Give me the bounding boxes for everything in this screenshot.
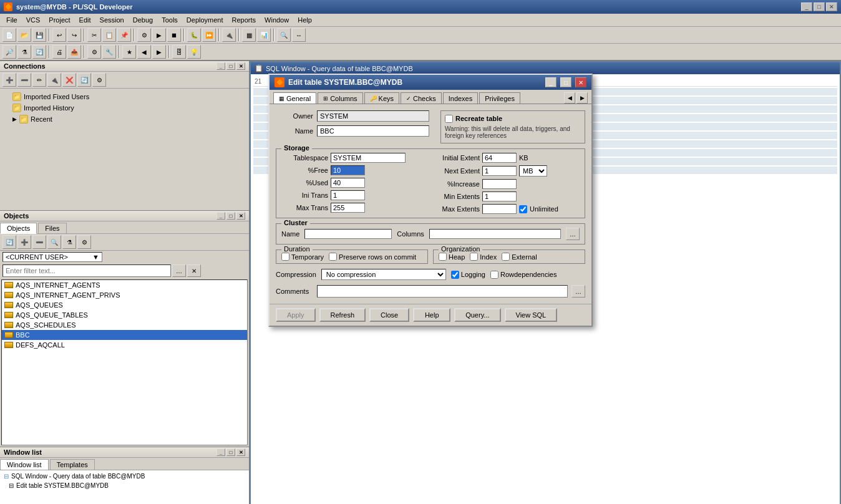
run-btn[interactable]: ▶ [152,28,166,42]
settings-btn[interactable]: ⚙ [87,45,101,59]
objects-restore[interactable]: □ [226,212,235,220]
heap-label[interactable]: Heap [439,253,465,261]
help-button[interactable]: Help [413,308,450,322]
obj-AQS_INTERNET_AGENT_PRIVS[interactable]: AQS_INTERNET_AGENT_PRIVS [2,290,247,300]
nav-back[interactable]: ◀ [137,45,151,59]
initial-extent-input[interactable] [482,153,517,163]
grid-btn[interactable]: ▦ [242,28,256,42]
bookmark-btn[interactable]: ★ [122,45,136,59]
dialog-tab-keys[interactable]: 🔑 Keys [364,92,399,104]
filter-clear-btn[interactable]: ✕ [187,264,201,277]
paste-btn[interactable]: 📌 [117,28,131,42]
pctused-input[interactable] [331,178,365,188]
external-checkbox[interactable] [502,253,510,261]
copy-btn[interactable]: 📋 [102,28,116,42]
table-btn[interactable]: 📊 [257,28,271,42]
db-btn1[interactable]: 🗄 [172,45,186,59]
external-label[interactable]: External [502,253,537,261]
stop-btn[interactable]: ⏹ [167,28,181,42]
cut-btn[interactable]: ✂ [87,28,101,42]
recreate-checkbox[interactable] [445,115,453,123]
temporary-label[interactable]: Temporary [281,253,324,261]
db-btn2[interactable]: 💡 [187,45,201,59]
dialog-tab-privileges[interactable]: Privileges [479,92,520,104]
tab-nav-left[interactable]: ◀ [564,92,575,104]
wl-tab-templates[interactable]: Templates [50,459,95,470]
name-input[interactable] [317,125,429,137]
props-btn[interactable]: 🔧 [102,45,116,59]
obj-AQS_SCHEDULES[interactable]: AQS_SCHEDULES [2,320,247,330]
pctfree-input[interactable] [331,165,365,175]
export-btn[interactable]: 📤 [67,45,81,59]
tablespace-input[interactable] [331,153,406,163]
compile-btn[interactable]: ⚙ [137,28,151,42]
compression-select[interactable]: No compression Compress Compress for all… [321,269,446,280]
menu-tools[interactable]: Tools [158,15,182,25]
step-btn[interactable]: ⏩ [202,28,216,42]
tab-nav-right[interactable]: ▶ [576,92,588,104]
current-user-dropdown[interactable]: <CURRENT USER> ▼ [2,252,102,262]
conn-refresh[interactable]: 🔄 [77,73,91,87]
conn-disconnect[interactable]: ❌ [62,73,76,87]
conn-edit[interactable]: ✏ [32,73,46,87]
index-label[interactable]: Index [470,253,497,261]
next-extent-unit-select[interactable]: MB KB GB [519,165,547,177]
menu-help[interactable]: Help [294,15,316,25]
minimize-button[interactable]: _ [801,2,812,11]
debug-btn[interactable]: 🐛 [187,28,201,42]
wl-tab-windowlist[interactable]: Window list [0,459,49,470]
dialog-tab-columns[interactable]: ⊞ Columns [318,92,362,104]
menu-reports[interactable]: Reports [228,15,260,25]
rowdependencies-label[interactable]: Rowdependencies [490,271,557,279]
comments-input[interactable] [317,285,568,298]
dialog-close-btn[interactable]: ✕ [575,77,586,87]
menu-session[interactable]: Session [96,15,128,25]
replace-btn[interactable]: ↔ [292,28,306,42]
wl-restore[interactable]: □ [226,448,235,456]
logging-label[interactable]: Logging [451,271,485,279]
save-btn[interactable]: 💾 [32,28,46,42]
print-btn[interactable]: 🖨 [52,45,66,59]
dialog-tab-indexes[interactable]: Indexes [443,92,479,104]
search-btn[interactable]: 🔍 [277,28,291,42]
objects-minimize[interactable]: _ [216,212,225,220]
wl-minimize[interactable]: _ [216,448,225,456]
obj-remove[interactable]: ➖ [32,235,46,249]
menu-edit[interactable]: Edit [75,15,95,25]
wl-close[interactable]: ✕ [236,448,245,456]
viewsql-button[interactable]: View SQL [505,308,558,322]
conn-remove[interactable]: ➖ [17,73,31,87]
recreate-label[interactable]: Recreate table [455,115,502,122]
connections-restore[interactable]: □ [226,62,235,70]
obj-filter[interactable]: ⚗ [62,235,76,249]
cluster-name-input[interactable] [304,229,392,239]
connect-btn[interactable]: 🔌 [222,28,236,42]
query-button[interactable]: Query... [454,308,500,322]
maxtrans-input[interactable] [331,203,365,213]
cluster-columns-input[interactable] [429,229,561,239]
initrans-input[interactable] [331,190,365,200]
tab-objects[interactable]: Objects [0,223,37,234]
obj-refresh[interactable]: 🔄 [2,235,16,249]
obj-search[interactable]: 🔍 [47,235,61,249]
objects-close[interactable]: ✕ [236,212,245,220]
zoom-btn[interactable]: 🔎 [2,45,16,59]
obj-AQS_INTERNET_AGENTS[interactable]: AQS_INTERNET_AGENTS [2,280,247,290]
logging-checkbox[interactable] [451,271,459,279]
refresh-btn[interactable]: 🔄 [32,45,46,59]
conn-connect[interactable]: 🔌 [47,73,61,87]
undo-btn[interactable]: ↩ [52,28,66,42]
rowdependencies-checkbox[interactable] [490,271,498,279]
unlimited-label[interactable]: Unlimited [530,205,558,213]
wl-item-sql[interactable]: ⊟ SQL Window - Query data of table BBC@M… [1,472,248,481]
new-btn[interactable]: 📄 [2,28,16,42]
maxextents-input[interactable] [482,204,517,214]
comments-browse-btn[interactable]: … [571,285,585,298]
menu-window[interactable]: Window [261,15,293,25]
menu-vcs[interactable]: VCS [22,15,44,25]
menu-file[interactable]: File [2,15,21,25]
obj-props[interactable]: ⚙ [77,235,91,249]
filter-input[interactable] [2,264,171,277]
refresh-button[interactable]: Refresh [319,308,366,322]
close-button[interactable]: Close [369,308,409,322]
